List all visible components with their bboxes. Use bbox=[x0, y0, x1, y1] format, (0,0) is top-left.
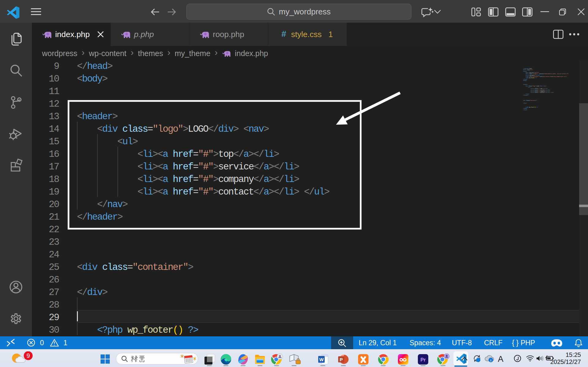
svg-text:P: P bbox=[340, 357, 343, 362]
svg-text:Pr: Pr bbox=[421, 357, 426, 362]
svg-text:9: 9 bbox=[26, 352, 30, 359]
svg-text:i: i bbox=[490, 358, 491, 362]
svg-text:W: W bbox=[319, 357, 324, 362]
